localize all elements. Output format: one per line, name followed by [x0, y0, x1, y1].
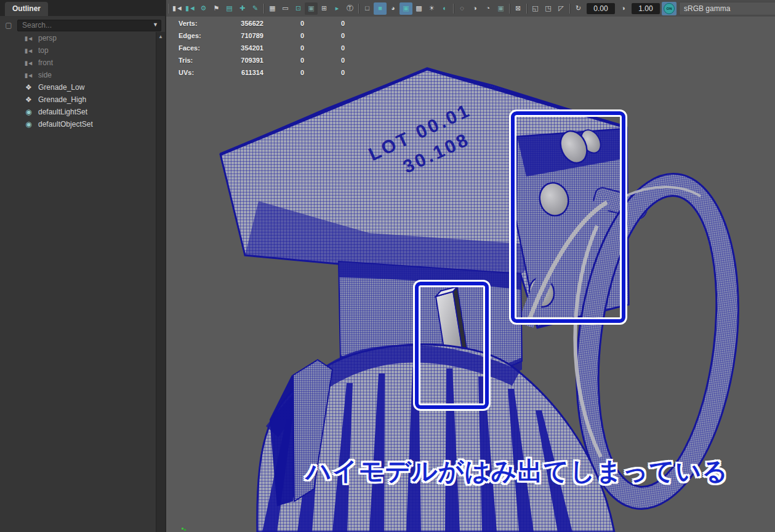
- wireframe-on-shaded-icon[interactable]: ▣: [400, 2, 412, 15]
- outliner-item-persp[interactable]: ▮◄ persp: [0, 32, 156, 44]
- camera-icon: ▮◄: [23, 35, 34, 42]
- hud-total-value: 354201: [223, 44, 263, 52]
- search-input[interactable]: [17, 20, 161, 31]
- outliner-item-top[interactable]: ▮◄ top: [0, 44, 156, 57]
- hud-total-value: 356622: [223, 20, 263, 27]
- hud-total-value: 710789: [223, 32, 263, 39]
- exposure-icon[interactable]: ↻: [572, 2, 585, 15]
- outliner-item-defaultlightset[interactable]: ◉ defaultLightSet: [0, 106, 156, 118]
- hud-selected-value: 0: [263, 44, 304, 52]
- outliner-tab-bar: Outliner: [0, 0, 165, 16]
- hud-label: Edges:: [179, 32, 223, 39]
- isolate-select-icon[interactable]: ⊠: [512, 2, 524, 15]
- camera-lock-icon[interactable]: ▮◄: [184, 2, 197, 15]
- safe-action-icon[interactable]: ▸: [331, 2, 343, 15]
- hud-selected-value: 0: [263, 69, 304, 76]
- hud-total-value: 709391: [223, 57, 263, 64]
- outliner-item-label: top: [38, 46, 49, 55]
- depth-of-field-icon[interactable]: ▣: [494, 2, 507, 15]
- hud-selected-value: 0: [263, 57, 304, 64]
- display-filter-icon[interactable]: ▢: [3, 20, 14, 30]
- camera-icon: ▮◄: [23, 72, 34, 79]
- camera-icon: ▮◄: [23, 47, 34, 54]
- viewport-canvas[interactable]: LOT 00.01 30.108: [166, 17, 775, 532]
- gate-mask-icon[interactable]: ▣: [305, 2, 318, 15]
- outliner-item-label: defaultObjectSet: [38, 120, 93, 129]
- grid-icon[interactable]: ▦: [266, 2, 279, 15]
- hud-total-value: 611314: [223, 69, 263, 76]
- outliner-tree: ▮◄ persp ▮◄ top ▮◄ front ▮◄ side: [0, 32, 156, 532]
- flat-shade-icon[interactable]: ◕: [387, 2, 400, 15]
- xray-icon[interactable]: ◱: [529, 2, 542, 15]
- hud-row: Tris: 709391 0 0: [179, 54, 345, 66]
- mesh-icon: ❖: [23, 83, 34, 92]
- use-lights-icon[interactable]: ☀: [425, 2, 438, 15]
- view-transform-dropdown[interactable]: sRGB gamma ▼: [679, 2, 775, 15]
- set-icon: ◉: [23, 108, 34, 116]
- search-field-wrap: ▼: [17, 19, 161, 31]
- hud-row: Verts: 356622 0 0: [179, 17, 345, 30]
- grease-pencil-icon[interactable]: ✎: [249, 2, 262, 15]
- outliner-item-label: persp: [38, 34, 57, 42]
- pan-zoom-icon[interactable]: ✚: [236, 2, 249, 15]
- outliner-item-grenade-low[interactable]: ❖ Grenade_Low: [0, 81, 156, 93]
- xray-joints-icon[interactable]: ◳: [542, 2, 555, 15]
- wireframe-icon[interactable]: □: [361, 2, 374, 15]
- ssao-icon[interactable]: ◌: [456, 2, 468, 15]
- shadows-icon[interactable]: ◐: [438, 2, 451, 15]
- hud-row: Edges: 710789 0 0: [179, 30, 345, 42]
- field-chart-icon[interactable]: ⊞: [318, 2, 331, 15]
- safe-title-icon[interactable]: Ⓣ: [343, 2, 356, 15]
- hud-label: Faces:: [179, 44, 223, 52]
- multisample-icon[interactable]: ◔: [481, 2, 494, 15]
- resolution-gate-icon[interactable]: ⊡: [292, 2, 305, 15]
- viewport-pane: ▮◄ ▮◄ ⚙ ⚑: [166, 0, 775, 532]
- outliner-item-label: front: [38, 58, 53, 67]
- set-icon: ◉: [23, 120, 34, 129]
- separator: [262, 2, 266, 15]
- camera-icon[interactable]: ▮◄: [171, 2, 184, 15]
- separator: [451, 2, 456, 15]
- separator: [356, 2, 361, 15]
- outliner-item-side[interactable]: ▮◄ side: [0, 69, 156, 81]
- viewport-toolbar: ▮◄ ▮◄ ⚙ ⚑: [166, 0, 775, 17]
- smooth-shade-icon[interactable]: ■: [374, 2, 387, 15]
- separator: [167, 2, 171, 15]
- gamma-value[interactable]: 1.00: [632, 3, 660, 14]
- bookmark-icon[interactable]: ⚑: [210, 2, 223, 15]
- contrast-icon[interactable]: ◑: [617, 2, 630, 15]
- exposure-value[interactable]: 0.00: [587, 3, 615, 14]
- hud-row: UVs: 611314 0 0: [179, 66, 345, 79]
- outliner-item-label: Grenade_Low: [38, 83, 84, 92]
- camera-icon: ▮◄: [23, 60, 34, 66]
- outliner-item-defaultobjectset[interactable]: ◉ defaultObjectSet: [0, 118, 156, 130]
- hud-row: Faces: 354201 0 0: [179, 42, 345, 54]
- hud-extra-value: 0: [304, 44, 345, 52]
- hud-extra-value: 0: [304, 32, 345, 39]
- color-management-toggle[interactable]: ON: [662, 2, 677, 15]
- hud-extra-value: 0: [304, 57, 345, 64]
- image-plane-icon[interactable]: ▤: [223, 2, 236, 15]
- tab-outliner[interactable]: Outliner: [5, 2, 48, 16]
- annotation-box-small: [415, 282, 489, 409]
- motion-blur-icon[interactable]: ◑: [468, 2, 481, 15]
- scroll-up-arrow-icon[interactable]: ▲: [156, 32, 165, 39]
- film-gate-icon[interactable]: ▭: [279, 2, 292, 15]
- hud-label: Verts:: [179, 20, 223, 27]
- outliner-scrollbar[interactable]: ▲: [156, 32, 165, 532]
- outliner-item-grenade-high[interactable]: ❖ Grenade_High: [0, 93, 156, 106]
- hud-selected-value: 0: [263, 32, 304, 39]
- outliner-item-label: defaultLightSet: [38, 108, 87, 116]
- poly-count-hud: Verts: 356622 0 0 Edges: 710789 0 0 Face…: [179, 17, 345, 79]
- snapshot-icon[interactable]: ◸: [555, 2, 568, 15]
- separator: [524, 2, 529, 15]
- camera-attributes-icon[interactable]: ⚙: [197, 2, 210, 15]
- hud-label: UVs:: [179, 69, 223, 76]
- outliner-item-front[interactable]: ▮◄ front: [0, 57, 156, 69]
- hud-extra-value: 0: [304, 20, 345, 27]
- caption-text: ハイモデルがはみ出てしまっている: [240, 455, 775, 488]
- textured-icon[interactable]: ▩: [412, 2, 425, 15]
- annotation-box-large: [511, 111, 625, 323]
- hud-extra-value: 0: [304, 69, 345, 76]
- chevron-down-icon[interactable]: ▼: [153, 22, 158, 28]
